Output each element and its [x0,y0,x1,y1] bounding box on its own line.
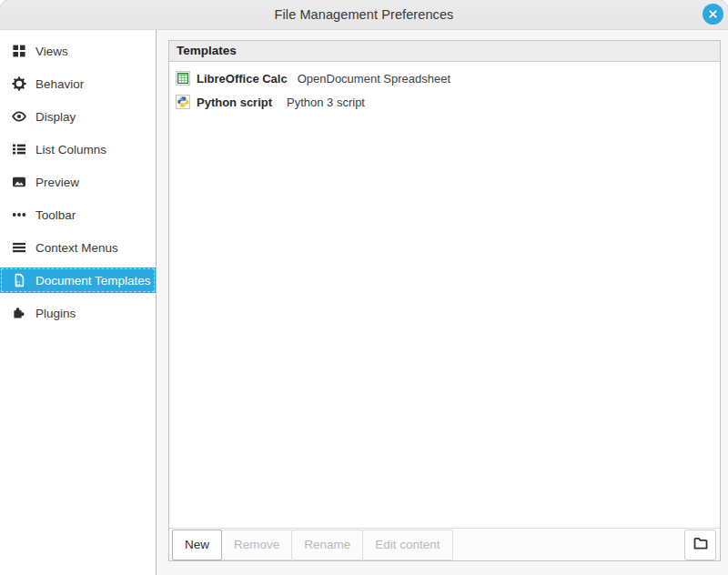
sidebar-item-label: Document Templates [35,274,151,288]
folder-icon [693,535,709,555]
menu-lines-icon [12,240,26,255]
grid-icon [12,44,26,58]
new-button[interactable]: New [172,530,222,560]
preferences-window: File Management Preferences Views Behavi… [0,0,728,575]
open-templates-folder-button[interactable] [684,530,716,560]
sidebar-item-plugins[interactable]: Plugins [0,300,156,326]
puzzle-icon [12,306,26,320]
python-icon [176,95,190,109]
template-description: OpenDocument Spreadsheet [298,72,450,86]
list-columns-icon [12,142,26,156]
remove-button[interactable]: Remove [221,530,292,560]
templates-list: LibreOffice Calc OpenDocument Spreadshee… [169,62,720,528]
sidebar-item-preview[interactable]: Preview [0,169,156,195]
sidebar-item-label: Plugins [35,307,76,320]
sidebar-item-label: Behavior [35,77,84,91]
template-name: LibreOffice Calc [197,72,291,86]
libreoffice-calc-icon [176,71,190,86]
edit-content-button[interactable]: Edit content [362,530,452,560]
sidebar-item-label: Display [35,110,76,124]
sidebar-item-display[interactable]: Display [0,104,156,129]
templates-header: Templates [169,41,720,62]
document-icon [12,273,26,288]
sidebar-item-views[interactable]: Views [0,38,156,64]
close-button[interactable] [703,4,723,25]
sidebar-item-label: Context Menus [35,241,118,255]
image-icon [12,175,26,189]
template-name: Python script [197,96,280,109]
sidebar-item-context-menus[interactable]: Context Menus [0,235,156,260]
template-description: Python 3 script [287,96,365,109]
templates-panel: Templates LibreOffice Calc OpenDocument … [168,40,721,561]
templates-toolbar: New Remove Rename Edit content [169,528,720,560]
sidebar-item-label: Toolbar [35,208,76,222]
sidebar-item-toolbar[interactable]: Toolbar [0,202,156,227]
sidebar-item-list-columns[interactable]: List Columns [0,136,156,162]
sidebar-item-behavior[interactable]: Behavior [0,71,156,96]
close-icon [706,7,720,21]
titlebar[interactable]: File Management Preferences [0,0,728,30]
eye-icon [12,109,26,124]
window-title: File Management Preferences [275,7,454,22]
window-body: Views Behavior Display List Columns Prev… [0,30,728,575]
template-list-item[interactable]: Python script Python 3 script [169,90,720,114]
sidebar: Views Behavior Display List Columns Prev… [0,30,157,575]
sidebar-item-label: Views [35,45,68,58]
template-list-item[interactable]: LibreOffice Calc OpenDocument Spreadshee… [169,66,720,90]
gear-icon [12,76,26,91]
sidebar-item-label: Preview [35,176,79,189]
rename-button[interactable]: Rename [291,530,363,560]
main-area: Templates LibreOffice Calc OpenDocument … [157,30,728,575]
sidebar-item-document-templates[interactable]: Document Templates [0,267,156,293]
sidebar-item-label: List Columns [35,143,106,156]
dots-icon [12,207,26,222]
